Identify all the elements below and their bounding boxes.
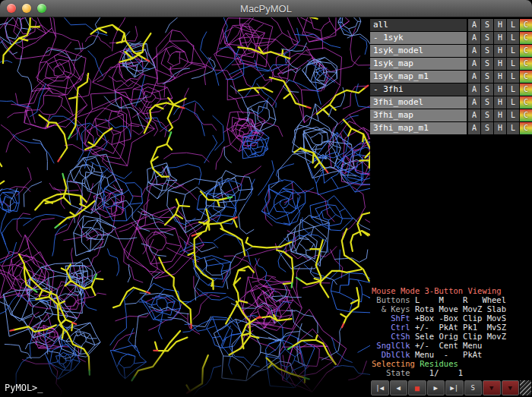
vcr-aux-button-1[interactable]: ▼ [483,380,501,395]
title-bar[interactable]: MacPyMOL [0,0,532,17]
mouse-row-shft: ShFt +Box -Box Clip MovS [372,314,532,323]
panel-button-s[interactable]: S [481,32,493,44]
panel-button-h[interactable]: H [494,96,506,109]
object-row: allASHLC [370,19,532,31]
vcr-skip-to-end[interactable]: ▶| [445,380,464,395]
object-row: 1syk_map_m1ASHLC [370,71,532,83]
vcr-play[interactable]: ▶ [427,380,445,395]
panel-button-c[interactable]: C [520,19,532,31]
panel-button-a[interactable]: A [468,122,480,134]
close-button[interactable] [7,4,16,13]
selecting-toggle[interactable]: Selecting Residues [372,359,532,368]
panel-button-c[interactable]: C [520,83,532,96]
resize-grip[interactable] [520,380,531,395]
panel-button-h[interactable]: H [494,19,506,31]
mouse-row-keys: & Keys Rota Move MovZ Slab [372,304,532,314]
panel-button-h[interactable]: H [494,83,506,96]
zoom-button[interactable] [37,4,46,13]
object-name[interactable]: 3fhi_model [370,96,467,109]
panel-button-h[interactable]: H [494,58,506,70]
panel-button-s[interactable]: S [481,58,493,70]
molecule-render-canvas[interactable] [0,17,370,397]
panel-button-c[interactable]: C [520,45,532,57]
minimize-button[interactable] [22,4,31,13]
viewport[interactable]: PyMOL>_ [0,17,370,397]
vcr-aux-button-2[interactable]: ▼ [502,380,520,395]
panel-button-h[interactable]: H [494,32,506,44]
object-name[interactable]: 1syk_model [370,45,467,57]
vcr-scene-button[interactable]: S [464,380,483,395]
object-rows: allASHLC- 1sykASHLC1syk_modelASHLC1syk_m… [370,19,532,135]
mouse-panel-text: Selecting [372,359,420,368]
panel-button-c[interactable]: C [520,71,532,83]
object-name[interactable]: 1syk_map_m1 [370,71,467,83]
object-name[interactable]: 1syk_map [370,58,467,70]
panel-button-h[interactable]: H [494,71,506,83]
mouse-panel-text: +Box -Box Clip MovS [415,314,506,323]
panel-button-c[interactable]: C [520,96,532,109]
vcr-bar: |◀◀■▶▶|S▼▼ [371,380,520,395]
panel-button-s[interactable]: S [481,96,493,109]
panel-button-s[interactable]: S [481,19,493,31]
object-row: 1syk_modelASHLC [370,45,532,57]
control-panel: allASHLC- 1sykASHLC1syk_modelASHLC1syk_m… [370,17,532,397]
mouse-panel-text: State [372,368,415,377]
mouse-row-buttons: Buttons L M R Wheel [372,295,532,304]
mouse-panel-text: L M R Wheel [415,295,506,304]
vcr-step-back[interactable]: ◀ [390,380,408,395]
mouse-panel: Mouse Mode 3-Button Viewing Buttons L M … [370,286,532,380]
object-name[interactable]: all [370,19,467,31]
panel-button-l[interactable]: L [507,19,519,31]
panel-button-a[interactable]: A [468,83,480,96]
main-content: PyMOL>_ allASHLC- 1sykASHLC1syk_modelASH… [0,17,532,397]
mouse-panel-text: 1/ 1 [415,368,463,377]
mouse-panel-text: Menu - PkAt [415,350,483,359]
mouse-panel-text: SnglClk [372,341,415,350]
panel-button-a[interactable]: A [468,58,480,70]
panel-button-s[interactable]: S [481,109,493,121]
object-name[interactable]: - 1syk [370,32,467,44]
panel-button-h[interactable]: H [494,109,506,121]
panel-button-l[interactable]: L [507,122,519,134]
mouse-mode-header[interactable]: Mouse Mode 3-Button Viewing [372,286,532,295]
panel-button-a[interactable]: A [468,32,480,44]
object-row: - 3fhiASHLC [370,83,532,96]
object-name[interactable]: 3fhi_map [370,109,467,121]
panel-button-c[interactable]: C [520,58,532,70]
panel-button-l[interactable]: L [507,71,519,83]
panel-button-h[interactable]: H [494,45,506,57]
panel-button-s[interactable]: S [481,71,493,83]
mouse-row-ctsh: CtSh Sele Orig Clip MovZ [372,332,532,341]
mouse-panel-text: +/- PkAt Pk1 MvSZ [415,323,506,332]
object-row: 3fhi_modelASHLC [370,96,532,109]
panel-button-a[interactable]: A [468,45,480,57]
panel-button-l[interactable]: L [507,45,519,57]
object-row: 3fhi_mapASHLC [370,109,532,121]
object-name[interactable]: 3fhi_map_m1 [370,122,467,134]
panel-button-a[interactable]: A [468,96,480,109]
panel-button-c[interactable]: C [520,122,532,134]
panel-button-a[interactable]: A [468,19,480,31]
mouse-panel-text: Residues [420,359,458,368]
object-name[interactable]: - 3fhi [370,83,467,96]
panel-button-a[interactable]: A [468,71,480,83]
panel-button-s[interactable]: S [481,122,493,134]
panel-button-a[interactable]: A [468,109,480,121]
vcr-skip-to-start[interactable]: |◀ [371,380,389,395]
panel-button-s[interactable]: S [481,45,493,57]
panel-button-c[interactable]: C [520,32,532,44]
object-row: - 1sykASHLC [370,32,532,44]
panel-button-l[interactable]: L [507,32,519,44]
panel-button-l[interactable]: L [507,109,519,121]
vcr-wrap: |◀◀■▶▶|S▼▼ [370,380,532,397]
mouse-panel-text: Buttons [372,295,415,304]
mouse-panel-text: ShFt [372,314,415,323]
panel-button-c[interactable]: C [520,109,532,121]
panel-button-l[interactable]: L [507,96,519,109]
command-prompt[interactable]: PyMOL>_ [5,383,43,393]
vcr-stop[interactable]: ■ [408,380,426,395]
panel-button-l[interactable]: L [507,58,519,70]
panel-button-l[interactable]: L [507,83,519,96]
panel-button-h[interactable]: H [494,122,506,134]
panel-button-s[interactable]: S [481,83,493,96]
